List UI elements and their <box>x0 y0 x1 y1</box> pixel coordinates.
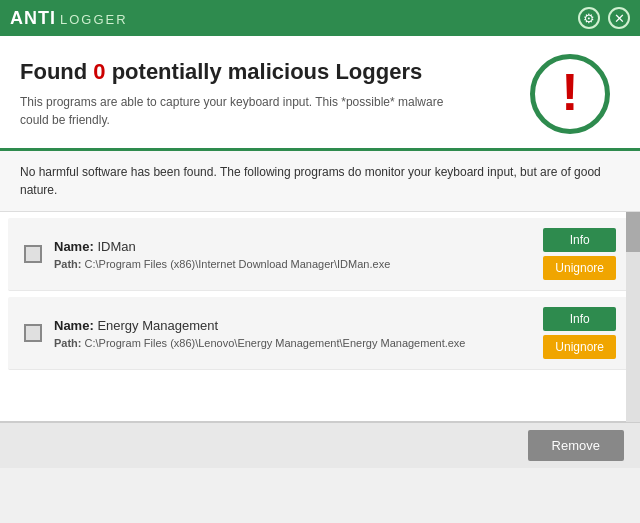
item-details-1: Name: Energy Management Path: C:\Program… <box>54 318 531 349</box>
headline-count: 0 <box>93 59 105 84</box>
item-path-0: Path: C:\Program Files (x86)\Internet Do… <box>54 258 531 270</box>
header-text: Found 0 potentially malicious Loggers Th… <box>20 59 450 129</box>
headline-suffix: potentially malicious Loggers <box>106 59 423 84</box>
headline: Found 0 potentially malicious Loggers <box>20 59 450 85</box>
item-checkbox-1[interactable] <box>24 324 42 342</box>
unignore-button-1[interactable]: Unignore <box>543 335 616 359</box>
close-icon[interactable]: ✕ <box>608 7 630 29</box>
alert-icon: ! <box>530 54 610 134</box>
settings-icon[interactable]: ⚙ <box>578 7 600 29</box>
app-title-logger: LOGGER <box>60 12 128 29</box>
remove-button[interactable]: Remove <box>528 430 624 461</box>
bottom-bar: Remove <box>0 422 640 468</box>
exclamation-mark: ! <box>561 66 578 118</box>
app-logo: ANTI LOGGER <box>10 8 128 29</box>
info-button-0[interactable]: Info <box>543 228 616 252</box>
titlebar: ANTI LOGGER ⚙ ✕ <box>0 0 640 36</box>
info-text: No harmful software has been found. The … <box>20 163 620 199</box>
list-area: Name: IDMan Path: C:\Program Files (x86)… <box>0 212 640 422</box>
item-name-1: Name: Energy Management <box>54 318 531 333</box>
item-details-0: Name: IDMan Path: C:\Program Files (x86)… <box>54 239 531 270</box>
list-item: Name: IDMan Path: C:\Program Files (x86)… <box>8 218 632 291</box>
item-buttons-0: Info Unignore <box>543 228 616 280</box>
list-item: Name: Energy Management Path: C:\Program… <box>8 297 632 370</box>
list-wrapper: Name: IDMan Path: C:\Program Files (x86)… <box>0 212 640 422</box>
item-path-1: Path: C:\Program Files (x86)\Lenovo\Ener… <box>54 337 531 349</box>
header-section: Found 0 potentially malicious Loggers Th… <box>0 36 640 151</box>
header-description: This programs are able to capture your k… <box>20 93 450 129</box>
titlebar-icons: ⚙ ✕ <box>578 7 630 29</box>
headline-prefix: Found <box>20 59 93 84</box>
app-title-anti: ANTI <box>10 8 56 29</box>
item-name-0: Name: IDMan <box>54 239 531 254</box>
scrollbar-track[interactable] <box>626 212 640 422</box>
unignore-button-0[interactable]: Unignore <box>543 256 616 280</box>
info-button-1[interactable]: Info <box>543 307 616 331</box>
info-section: No harmful software has been found. The … <box>0 151 640 212</box>
item-checkbox-0[interactable] <box>24 245 42 263</box>
item-buttons-1: Info Unignore <box>543 307 616 359</box>
scrollbar-thumb[interactable] <box>626 212 640 252</box>
